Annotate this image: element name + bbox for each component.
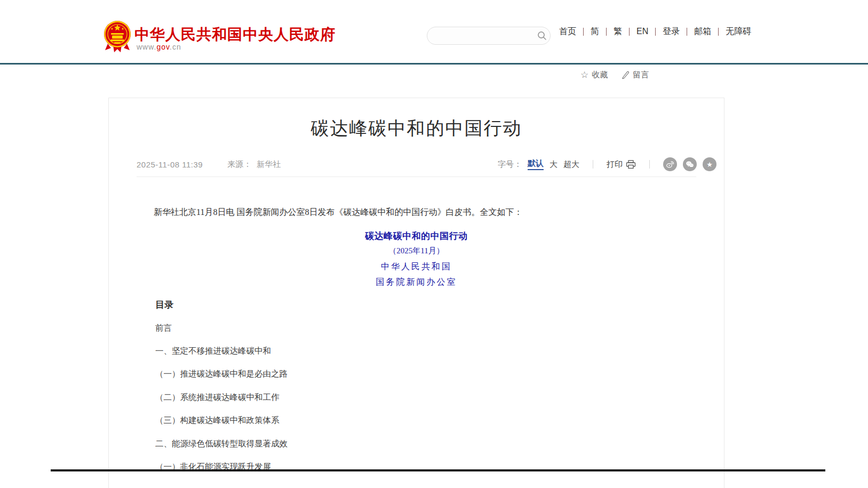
nav-home[interactable]: 首页: [552, 26, 583, 37]
site-url-prefix: www.: [137, 43, 156, 51]
article-title: 碳达峰碳中和的中国行动: [109, 116, 724, 141]
article-meta-row: 2025-11-08 11:39 来源： 新华社 字号： 默认 大 超大 打印: [137, 154, 716, 175]
share-weibo-button[interactable]: [663, 157, 677, 171]
search-icon[interactable]: [534, 30, 550, 42]
article-date: 2025-11-08 11:39: [137, 160, 203, 169]
share-wechat-button[interactable]: [683, 157, 697, 171]
national-emblem-icon: [103, 20, 131, 53]
nav-traditional[interactable]: 繁: [607, 26, 629, 37]
share-qzone-button[interactable]: ★: [703, 157, 716, 171]
toc-item: （三）构建碳达峰碳中和政策体系: [155, 415, 280, 426]
main-nav: 首页 简 繁 EN 登录 邮箱 无障碍: [552, 0, 758, 63]
toc-item: 二、能源绿色低碳转型取得显著成效: [155, 438, 288, 450]
favorite-button[interactable]: ☆ 收藏: [580, 70, 608, 80]
toc-item: 一、坚定不移推进碳达峰碳中和: [155, 346, 271, 357]
search-input[interactable]: [435, 28, 534, 43]
meta-divider: [593, 160, 593, 169]
article-meta-left: 2025-11-08 11:39 来源： 新华社: [137, 159, 281, 170]
doc-title: 碳达峰碳中和的中国行动: [109, 230, 724, 242]
comment-button[interactable]: 留言: [622, 70, 649, 80]
qzone-star-icon: ★: [706, 161, 713, 168]
site-url-suffix: .cn: [170, 43, 181, 51]
nav-mail[interactable]: 邮箱: [687, 26, 718, 37]
toc-item: （一）推进碳达峰碳中和是必由之路: [155, 369, 288, 380]
fontsize-xlarge-button[interactable]: 超大: [563, 159, 579, 170]
comment-label: 留言: [633, 70, 649, 80]
nav-english[interactable]: EN: [630, 27, 655, 36]
favorite-label: 收藏: [592, 70, 608, 80]
meta-divider: [649, 160, 650, 169]
toc-item: （二）系统推进碳达峰碳中和工作: [155, 392, 280, 403]
search-box[interactable]: [427, 27, 551, 45]
fontsize-large-button[interactable]: 大: [550, 159, 558, 170]
toc-heading: 目录: [155, 299, 173, 311]
source-value[interactable]: 新华社: [257, 159, 281, 170]
toc-item: 前言: [155, 323, 172, 334]
printer-icon: [626, 160, 636, 169]
page: 中华人民共和国中央人民政府 www.gov.cn 首页 简 繁 EN 登录 邮箱: [0, 0, 868, 488]
article-meta-right: 字号： 默认 大 超大 打印: [498, 157, 716, 171]
pencil-icon: [622, 71, 630, 79]
star-outline-icon: ☆: [580, 70, 588, 79]
doc-org-line2: 国务院新闻办公室: [109, 277, 724, 288]
wechat-icon: [685, 159, 695, 169]
meta-underline: [137, 177, 696, 177]
site-url-gov: gov: [156, 43, 170, 51]
nav-simplified[interactable]: 简: [584, 26, 606, 37]
lead-paragraph: 新华社北京11月8日电 国务院新闻办公室8日发布《碳达峰碳中和的中国行动》白皮书…: [137, 205, 692, 219]
doc-date: （2025年11月）: [109, 246, 724, 256]
site-url: www.gov.cn: [137, 43, 181, 51]
doc-org-line1: 中华人民共和国: [109, 261, 724, 273]
source-label: 来源：: [227, 159, 251, 170]
fontsize-default-button[interactable]: 默认: [528, 158, 544, 170]
page-toolbar: ☆ 收藏 留言: [580, 70, 649, 80]
weibo-icon: [665, 159, 675, 169]
nav-accessibility[interactable]: 无障碍: [719, 26, 758, 37]
print-label: 打印: [607, 159, 623, 170]
site-title: 中华人民共和国中央人民政府: [134, 25, 336, 45]
viewport-bottom-edge: [51, 469, 825, 471]
nav-login[interactable]: 登录: [656, 26, 687, 37]
print-button[interactable]: 打印: [607, 159, 636, 170]
site-header: 中华人民共和国中央人民政府 www.gov.cn 首页 简 繁 EN 登录 邮箱: [0, 0, 868, 63]
article-card: 碳达峰碳中和的中国行动 2025-11-08 11:39 来源： 新华社 字号：…: [108, 98, 724, 488]
header-divider-bar: [0, 63, 868, 65]
fontsize-label: 字号：: [498, 159, 522, 170]
